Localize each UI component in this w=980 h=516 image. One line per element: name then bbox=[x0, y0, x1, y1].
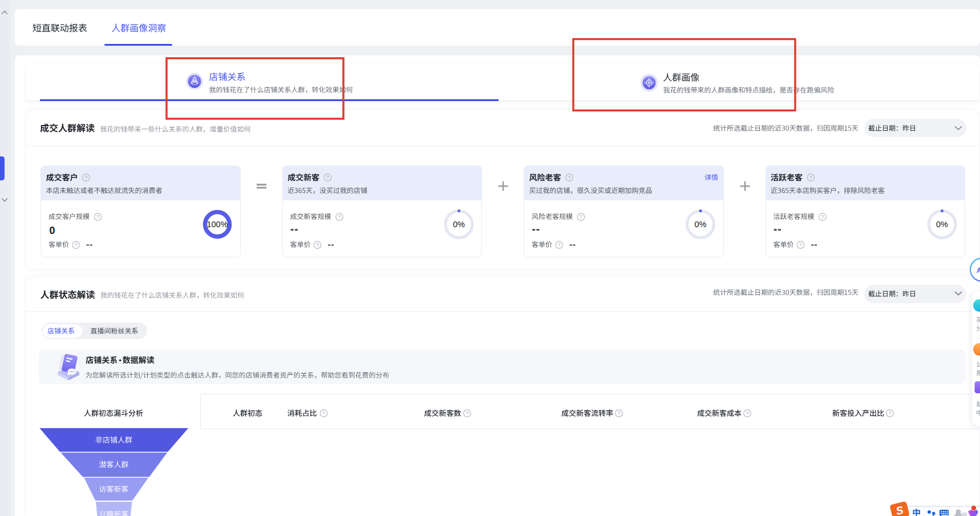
svg-text:0: 0 bbox=[50, 225, 55, 236]
svg-text:?: ? bbox=[568, 174, 570, 180]
svg-text:0%: 0% bbox=[453, 220, 465, 229]
svg-text:?: ? bbox=[96, 213, 99, 220]
svg-text:?: ? bbox=[338, 213, 341, 220]
svg-text:0%: 0% bbox=[695, 220, 707, 229]
svg-text:?: ? bbox=[316, 241, 319, 248]
svg-text:?: ? bbox=[74, 241, 77, 248]
svg-text:?: ? bbox=[746, 410, 748, 416]
svg-text:?: ? bbox=[809, 174, 812, 180]
svg-text:0%: 0% bbox=[936, 220, 948, 229]
svg-text:?: ? bbox=[580, 213, 582, 220]
svg-text:?: ? bbox=[799, 241, 802, 248]
svg-text:?: ? bbox=[326, 174, 329, 180]
svg-text:100%: 100% bbox=[206, 220, 228, 229]
svg-text:?: ? bbox=[557, 241, 560, 248]
svg-text:?: ? bbox=[888, 410, 891, 416]
svg-text:?: ? bbox=[84, 174, 87, 180]
svg-text:AI: AI bbox=[977, 267, 980, 275]
svg-text:?: ? bbox=[821, 213, 824, 220]
svg-text:?: ? bbox=[322, 410, 325, 416]
svg-text:?: ? bbox=[465, 410, 468, 416]
svg-text:?: ? bbox=[617, 410, 620, 416]
